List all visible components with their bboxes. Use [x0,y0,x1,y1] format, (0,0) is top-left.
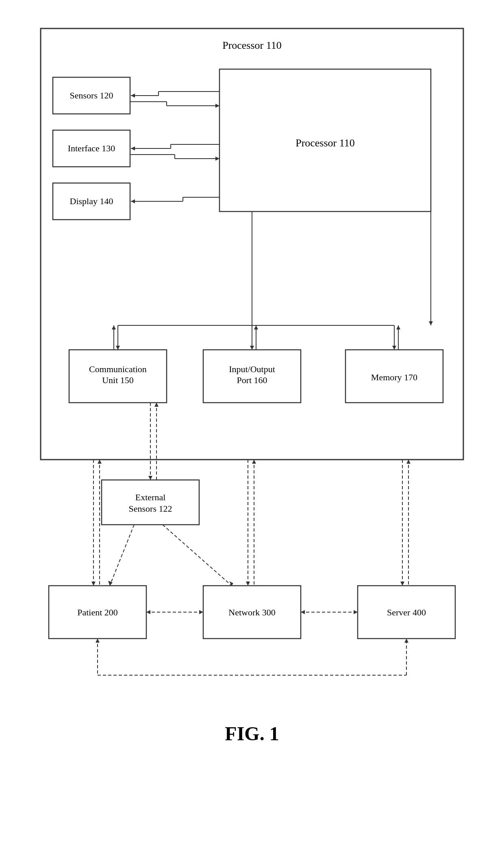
arrow-sensors-to-processor [215,104,219,108]
arrow-to-patient-right [146,610,150,614]
arrow-from-io-port [254,325,258,329]
page-wrapper: Processor 110 Processor 110 Sensors 120 … [28,16,476,830]
arrow-to-server-left [354,610,358,614]
dashed-ext-to-patient [110,525,134,586]
arrow-loop-up-server [404,639,408,643]
comm-unit-label-2: Unit 150 [102,375,134,385]
arrow-to-network-left [199,610,203,614]
arrow-loop-up-patient [96,639,100,643]
arrow-processor-to-interface [131,146,135,150]
comm-unit-label-1: Communication [89,364,147,374]
memory-label: Memory 170 [371,372,417,382]
arrow-to-io-port [250,346,254,350]
server-label: Server 400 [387,607,426,617]
ext-sensors-box [102,480,199,525]
io-port-label-1: Input/Output [229,364,275,374]
ext-sensors-label-2: Sensors 122 [129,504,172,514]
arrow-processor-right-to-bus [429,321,433,325]
interface-label: Interface 130 [68,143,115,153]
processor-label: Processor 110 [295,137,355,149]
dashed-ext-to-network [163,525,232,586]
arrow-down-to-network [246,582,250,586]
fig-label: FIG. 1 [225,723,279,744]
ext-sensors-label-1: External [135,492,166,502]
io-port-label-2: Port 160 [237,375,267,385]
arrow-to-comm-unit [116,346,120,350]
sensors-label: Sensors 120 [70,90,113,100]
patient-label: Patient 200 [77,607,118,617]
arrow-down-to-patient-left [91,582,96,586]
arrow-ext-to-patient [108,581,113,586]
arrow-from-comm-unit [112,325,116,329]
arrow-to-network-right [301,610,305,614]
arrow-processor-to-sensors [131,94,135,98]
computing-system-label: Processor 110 [222,39,282,51]
arrow-to-ext-sensors-down [148,476,152,480]
arrow-to-memory [392,346,396,350]
display-label: Display 140 [70,196,113,206]
arrow-from-memory-up [396,325,400,329]
main-diagram-svg: Processor 110 Processor 110 Sensors 120 … [28,16,476,830]
network-label: Network 300 [228,607,275,617]
arrow-down-to-server [400,582,404,586]
arrow-from-ext-sensors-up [154,403,159,407]
arrow-interface-to-processor [215,157,219,161]
arrow-processor-to-display [131,199,135,203]
